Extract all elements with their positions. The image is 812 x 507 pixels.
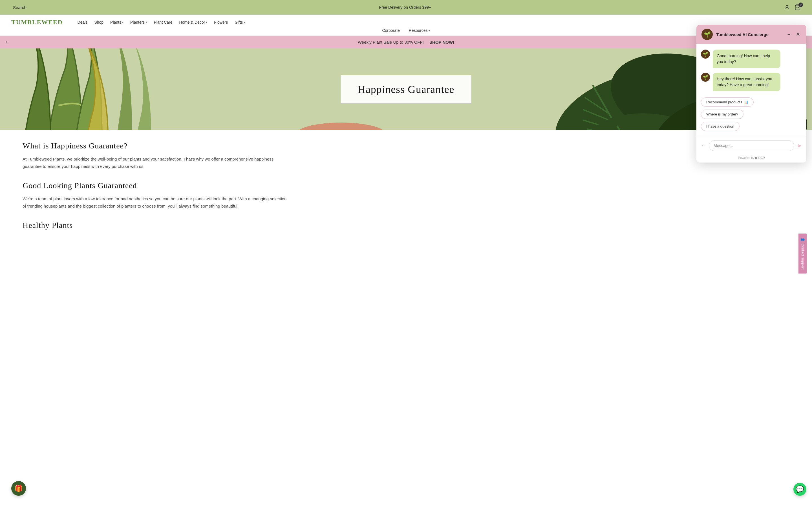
nav-plant-care[interactable]: Plant Care xyxy=(154,20,172,24)
powered-by-logo: ▶ REP xyxy=(755,156,765,159)
chat-send-button[interactable]: ➤ xyxy=(797,142,802,149)
chat-message-2: 🌱 Hey there! How can I assist you today?… xyxy=(701,73,802,91)
chat-footer: Powered by ▶ REP xyxy=(696,154,806,163)
navbar: TUMBLEWEED Deals Shop Plants▾ Planters▾ … xyxy=(0,15,812,36)
search-button[interactable]: Search xyxy=(11,5,27,10)
chat-bot-avatar-1: 🌱 xyxy=(701,50,710,59)
chat-widget: 🌱 Tumbleweed AI Concierge − ✕ 🌱 Good mor… xyxy=(696,25,806,163)
chat-bot-avatar-2: 🌱 xyxy=(701,73,710,82)
contact-support-tab[interactable]: 👤 Contact support xyxy=(799,233,807,252)
contact-support-label: Contact support xyxy=(801,244,805,252)
chat-bubble-1: Good morning! How can I help you today? xyxy=(713,50,780,68)
cart-count: 0 xyxy=(799,3,803,7)
chat-title: Tumbleweed AI Concierge xyxy=(716,32,783,37)
promo-banner: ‹ Weekly Plant Sale Up to 30% OFF! SHOP … xyxy=(0,36,812,48)
nav-shop[interactable]: Shop xyxy=(94,20,103,24)
chip-recommend-emoji: 📊 xyxy=(744,100,748,104)
promo-text: Weekly Plant Sale Up to 30% OFF! xyxy=(358,40,424,45)
chip-question-label: I have a question xyxy=(706,124,734,128)
section1-heading: What is Happiness Guarantee? xyxy=(22,142,288,151)
header-icons: 0 xyxy=(784,4,801,10)
hero-title: Happiness Guarantee xyxy=(358,83,455,96)
section3-heading: Healthy Plants xyxy=(22,221,288,230)
chip-recommend-label: Recommend products xyxy=(706,100,742,104)
powered-by-text: Powered by xyxy=(738,156,755,159)
nav-resources[interactable]: Resources▾ xyxy=(409,28,430,33)
section1-text: At Tumbleweed Plants, we prioritize the … xyxy=(22,156,288,170)
banner-prev-button[interactable]: ‹ xyxy=(6,39,7,45)
home-decor-chevron: ▾ xyxy=(206,21,207,24)
svg-point-2 xyxy=(786,5,788,7)
nav-planters[interactable]: Planters▾ xyxy=(130,20,147,24)
search-label: Search xyxy=(13,5,27,10)
top-bar: Search Free Delivery on Orders $99+ 0 xyxy=(0,0,812,15)
chip-question[interactable]: I have a question xyxy=(701,122,740,131)
promo-text: Free Delivery on Orders $99+ xyxy=(27,5,784,10)
logo[interactable]: TUMBLEWEED xyxy=(11,18,63,26)
nav-top-row: TUMBLEWEED Deals Shop Plants▾ Planters▾ … xyxy=(11,15,801,28)
nav-links-secondary: Corporate Resources▾ xyxy=(11,28,801,36)
nav-home-decor[interactable]: Home & Decor▾ xyxy=(179,20,207,24)
chat-body: 🌱 Good morning! How can I help you today… xyxy=(696,44,806,136)
chip-order-label: Where is my order? xyxy=(706,112,738,116)
hero-text-box: Happiness Guarantee xyxy=(341,75,471,103)
section2-heading: Good Looking Plants Guaranteed xyxy=(22,181,288,190)
account-icon[interactable] xyxy=(784,4,790,10)
chat-chips: Recommend products 📊 Where is my order? … xyxy=(701,96,802,134)
plants-chevron: ▾ xyxy=(122,21,123,24)
chat-back-button[interactable]: ← xyxy=(701,143,706,149)
chip-order-status[interactable]: Where is my order? xyxy=(701,110,744,119)
nav-links-primary: Deals Shop Plants▾ Planters▾ Plant Care … xyxy=(78,20,245,24)
chat-bot-avatar: 🌱 xyxy=(702,29,713,40)
main-content: What is Happiness Guarantee? At Tumblewe… xyxy=(0,130,310,252)
resources-chevron: ▾ xyxy=(428,29,430,32)
hero-section: Happiness Guarantee xyxy=(0,48,812,130)
nav-plants[interactable]: Plants▾ xyxy=(110,20,123,24)
nav-deals[interactable]: Deals xyxy=(78,20,88,24)
chat-message-1: 🌱 Good morning! How can I help you today… xyxy=(701,50,802,68)
chat-controls: − ✕ xyxy=(786,31,801,38)
chat-message-input[interactable] xyxy=(709,140,794,151)
section2-text: We're a team of plant lovers with a low … xyxy=(22,195,288,210)
chip-recommend-products[interactable]: Recommend products 📊 xyxy=(701,98,754,107)
chat-bubble-2: Hey there! How can I assist you today? H… xyxy=(713,73,780,91)
chat-close-button[interactable]: ✕ xyxy=(795,31,801,38)
chat-header: 🌱 Tumbleweed AI Concierge − ✕ xyxy=(696,25,806,44)
nav-flowers[interactable]: Flowers xyxy=(214,20,228,24)
nav-corporate[interactable]: Corporate xyxy=(382,28,400,33)
planters-chevron: ▾ xyxy=(146,21,147,24)
contact-icon: 👤 xyxy=(801,237,805,242)
gifts-chevron: ▾ xyxy=(244,21,245,24)
promo-shop-now-link[interactable]: SHOP NOW! xyxy=(429,40,454,45)
chat-input-row: ← ➤ xyxy=(696,136,806,154)
chat-minimize-button[interactable]: − xyxy=(786,31,792,38)
cart-icon[interactable]: 0 xyxy=(795,4,801,10)
nav-gifts[interactable]: Gifts▾ xyxy=(235,20,245,24)
